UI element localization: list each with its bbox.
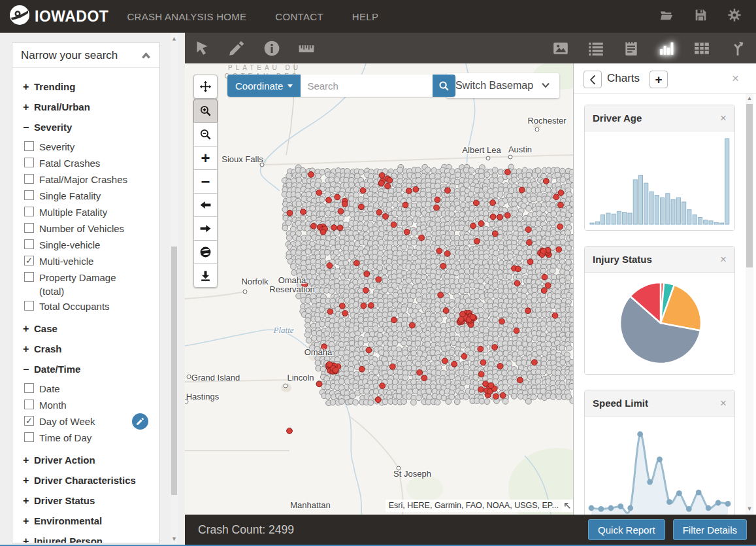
nav-contact[interactable]: CONTACT bbox=[275, 11, 323, 22]
charts-view-icon[interactable] bbox=[658, 40, 675, 57]
filter-details-button[interactable]: Filter Details bbox=[673, 519, 747, 540]
chart-card-header[interactable]: Injury Status× bbox=[585, 247, 734, 273]
sidebar-section-driver-status[interactable]: +Driver Status bbox=[23, 492, 150, 509]
sidebar-scroll-thumb[interactable] bbox=[171, 247, 177, 495]
iowadot-logo[interactable]: IOWADOT bbox=[9, 5, 108, 28]
sidebar-section-driver-action[interactable]: +Driver Action bbox=[23, 452, 150, 468]
expand-icon[interactable]: + bbox=[23, 101, 34, 113]
checkbox[interactable] bbox=[24, 190, 34, 200]
prev-extent-button[interactable] bbox=[193, 193, 218, 217]
scroll-up-icon[interactable]: ▲ bbox=[171, 34, 178, 43]
checkbox[interactable] bbox=[24, 174, 34, 184]
collapse-icon[interactable]: − bbox=[23, 364, 34, 375]
add-chart-button[interactable]: + bbox=[649, 71, 668, 88]
download-button[interactable] bbox=[193, 264, 218, 288]
sidebar-section-severity[interactable]: −Severity bbox=[23, 119, 150, 135]
checkbox[interactable] bbox=[24, 301, 34, 311]
settings-gear-icon[interactable] bbox=[727, 8, 742, 25]
expand-icon[interactable]: + bbox=[23, 536, 34, 544]
zoom-in-box-button[interactable] bbox=[193, 99, 218, 123]
checkbox[interactable] bbox=[24, 272, 34, 282]
expand-icon[interactable]: + bbox=[23, 454, 34, 466]
sidebar-scrollbar[interactable]: ▲ ▼ bbox=[171, 34, 178, 543]
sidebar-section-rural-urban[interactable]: +Rural/Urban bbox=[23, 99, 150, 115]
sidebar-section-crash[interactable]: +Crash bbox=[23, 341, 150, 357]
expand-icon[interactable]: + bbox=[23, 81, 34, 93]
attribution-expand-icon[interactable] bbox=[562, 500, 573, 512]
charts-scroll-thumb[interactable] bbox=[746, 104, 753, 267]
scroll-down-icon[interactable]: ▼ bbox=[746, 504, 753, 513]
chart-close-icon[interactable]: × bbox=[720, 253, 727, 266]
info-tool-icon[interactable] bbox=[263, 40, 280, 57]
narrow-search-header[interactable]: Narrow your search bbox=[12, 43, 159, 68]
nav-crash-analysis-home[interactable]: CRASH ANALYSIS HOME bbox=[127, 11, 246, 22]
filter-item-label: Property Damage (total) bbox=[39, 271, 144, 298]
checkbox[interactable] bbox=[24, 432, 34, 442]
chart-card-injury-status: Injury Status× bbox=[584, 246, 735, 375]
chart-title: Injury Status bbox=[593, 254, 720, 265]
expand-icon[interactable]: + bbox=[23, 515, 34, 527]
chart-title: Driver Age bbox=[593, 112, 720, 124]
crash-map[interactable]: PLATEAU DUCOTEAU DESPlatteRochesterAlber… bbox=[185, 63, 573, 515]
chart-card-header[interactable]: Speed Limit× bbox=[585, 390, 734, 417]
open-folder-icon[interactable] bbox=[659, 8, 674, 25]
zoom-out-button[interactable]: − bbox=[193, 169, 218, 194]
filter-sidebar: Narrow your search +Trending+Rural/Urban… bbox=[0, 33, 185, 545]
chevron-up-icon[interactable] bbox=[141, 50, 151, 61]
checkbox-checked[interactable]: ✓ bbox=[24, 416, 34, 426]
checkbox[interactable] bbox=[24, 141, 34, 151]
split-filter-icon[interactable] bbox=[729, 40, 746, 57]
edit-filter-button[interactable] bbox=[132, 413, 148, 430]
save-icon[interactable] bbox=[693, 8, 708, 25]
collapse-icon[interactable]: − bbox=[23, 122, 34, 133]
report-view-icon[interactable] bbox=[623, 40, 640, 57]
panel-back-button[interactable] bbox=[583, 71, 602, 88]
search-go-button[interactable] bbox=[433, 75, 455, 97]
sidebar-section-trending[interactable]: +Trending bbox=[23, 78, 150, 95]
list-view-icon[interactable] bbox=[587, 40, 604, 57]
sidebar-section-injured-person[interactable]: +Injured Person bbox=[23, 533, 150, 543]
checkbox[interactable] bbox=[24, 207, 34, 216]
sidebar-section-date-time[interactable]: −Date/Time bbox=[23, 361, 150, 377]
sidebar-section-driver-characteristics[interactable]: +Driver Characteristics bbox=[23, 472, 150, 488]
scroll-up-icon[interactable]: ▲ bbox=[746, 94, 753, 103]
expand-icon[interactable]: + bbox=[23, 323, 34, 335]
checkbox[interactable] bbox=[24, 223, 34, 233]
map-toolbar bbox=[185, 33, 756, 63]
filter-item-multiple-fatality: Multiple Fatality bbox=[23, 204, 150, 220]
draw-tool-icon[interactable] bbox=[228, 40, 245, 57]
expand-icon[interactable]: + bbox=[23, 343, 34, 355]
table-view-icon[interactable] bbox=[693, 40, 710, 57]
checkbox[interactable] bbox=[24, 239, 34, 249]
filter-item-fatal-major-crashes: Fatal/Major Crashes bbox=[23, 171, 150, 188]
zoom-in-button[interactable]: + bbox=[193, 146, 218, 170]
select-tool-icon[interactable] bbox=[193, 40, 210, 57]
quick-report-button[interactable]: Quick Report bbox=[588, 519, 665, 540]
sidebar-section-case[interactable]: +Case bbox=[23, 320, 150, 337]
panel-close-icon[interactable]: × bbox=[732, 71, 739, 86]
chart-body-speed-limit bbox=[585, 417, 734, 515]
nav-help[interactable]: HELP bbox=[352, 11, 378, 22]
expand-icon[interactable]: + bbox=[23, 475, 34, 486]
map-search-input[interactable] bbox=[301, 75, 433, 97]
expand-icon[interactable]: + bbox=[23, 495, 34, 507]
checkbox[interactable] bbox=[24, 383, 34, 393]
full-extent-globe-button[interactable] bbox=[193, 240, 218, 264]
zoom-out-box-button[interactable] bbox=[193, 122, 218, 146]
chart-card-header[interactable]: Driver Age× bbox=[585, 105, 734, 131]
pan-tool-button[interactable] bbox=[193, 75, 218, 99]
charts-panel: Charts + × Driver Age×Injury Status×Spee… bbox=[573, 63, 756, 515]
checkbox[interactable] bbox=[24, 400, 34, 409]
sidebar-section-environmental[interactable]: +Environmental bbox=[23, 513, 150, 529]
measure-tool-icon[interactable] bbox=[298, 40, 315, 57]
next-extent-button[interactable] bbox=[193, 216, 218, 241]
checkbox[interactable] bbox=[24, 158, 34, 167]
switch-basemap-button[interactable]: Switch Basemap bbox=[446, 73, 559, 98]
charts-scrollbar[interactable]: ▲ ▼ bbox=[746, 94, 753, 515]
image-view-icon[interactable] bbox=[552, 40, 569, 57]
chart-close-icon[interactable]: × bbox=[720, 112, 727, 125]
coordinate-dropdown-button[interactable]: Coordinate bbox=[227, 75, 301, 97]
chart-close-icon[interactable]: × bbox=[720, 397, 727, 410]
scroll-down-icon[interactable]: ▼ bbox=[171, 534, 178, 543]
checkbox-checked[interactable]: ✓ bbox=[24, 256, 34, 265]
